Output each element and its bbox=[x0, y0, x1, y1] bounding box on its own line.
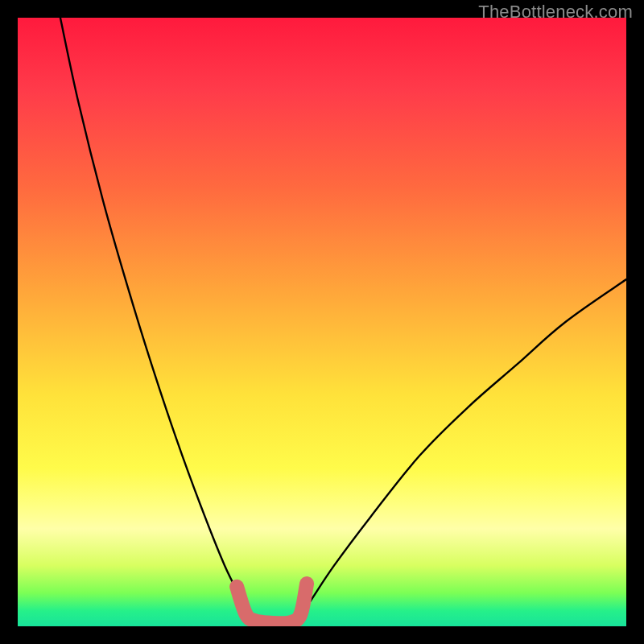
flat-minimum-marker bbox=[237, 584, 307, 623]
bottleneck-curve bbox=[60, 18, 626, 623]
chart-frame: TheBottleneck.com bbox=[0, 0, 644, 644]
plot-area bbox=[18, 18, 626, 626]
curve-layer bbox=[18, 18, 626, 626]
watermark-text: TheBottleneck.com bbox=[478, 2, 633, 23]
